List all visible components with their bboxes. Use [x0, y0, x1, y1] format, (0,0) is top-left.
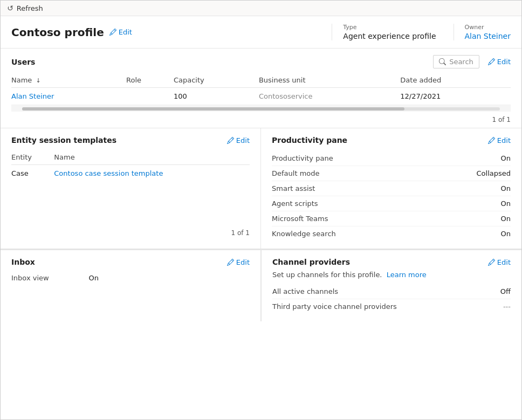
sort-down-icon: ↓ [36, 77, 41, 84]
refresh-icon: ↺ [7, 4, 13, 12]
header-type-meta: Type Agent experience profile [332, 24, 436, 40]
learn-more-link[interactable]: Learn more [387, 271, 427, 279]
pencil-icon-entity [227, 137, 234, 144]
entity-col-entity: Entity [11, 151, 54, 165]
entity-session-header: Entity session templates Edit [11, 136, 250, 144]
entity-row: Case Contoso case session template [11, 165, 250, 182]
pane-label-0: Productivity pane [272, 154, 333, 162]
pane-value-5: On [501, 230, 511, 238]
pencil-icon-channel [488, 259, 495, 266]
profile-edit-button[interactable]: Edit [109, 28, 132, 36]
type-label: Type [343, 24, 356, 31]
profile-edit-label: Edit [119, 28, 132, 36]
inbox-row-0: Inbox view On [11, 271, 250, 285]
user-role-cell [126, 88, 174, 105]
pencil-icon-pane [488, 137, 495, 144]
entity-session-edit-button[interactable]: Edit [227, 136, 250, 144]
user-date-cell: 12/27/2021 [400, 88, 511, 105]
pane-row-1: Default mode Collapsed [272, 166, 511, 181]
pencil-icon-inbox [227, 259, 234, 266]
pane-row-3: Agent scripts On [272, 196, 511, 211]
channel-description: Set up channels for this profile. Learn … [272, 271, 511, 279]
users-pagination: 1 of 1 [11, 112, 511, 128]
user-name-cell: Alan Steiner [11, 88, 126, 105]
scroll-area [11, 105, 511, 112]
inbox-label-0: Inbox view [11, 274, 49, 282]
user-link[interactable]: Alan Steiner [11, 92, 54, 100]
channel-label-1: Third party voice channel providers [272, 302, 397, 311]
col-name: Name ↓ [11, 73, 126, 88]
users-section-header: Users Search Edit [11, 55, 511, 68]
pane-row-5: Knowledge search On [272, 226, 511, 241]
pane-row-2: Smart assist On [272, 181, 511, 196]
bottom-grid: Inbox Edit Inbox view On Channel provide… [1, 250, 521, 321]
pane-value-1: Collapsed [477, 169, 511, 177]
scrollbar-track[interactable] [22, 107, 500, 111]
pencil-icon [109, 29, 116, 36]
productivity-pane-rows: Productivity pane On Default mode Collap… [272, 151, 511, 241]
pencil-icon-users [488, 58, 495, 65]
owner-label: Owner [465, 24, 484, 31]
refresh-label[interactable]: Refresh [17, 4, 43, 12]
users-table: Name ↓ Role Capacity Business unit Date … [11, 73, 511, 105]
channel-providers-edit-button[interactable]: Edit [488, 258, 511, 266]
search-box[interactable]: Search [433, 55, 479, 68]
top-bar: ↺ Refresh [1, 1, 521, 16]
inbox-edit-button[interactable]: Edit [227, 258, 250, 266]
pane-label-4: Microsoft Teams [272, 215, 328, 223]
inbox-section: Inbox Edit Inbox view On [1, 250, 261, 321]
col-date-added: Date added [400, 73, 511, 88]
user-business-unit-cell: Contososervice [259, 88, 400, 105]
pane-row-0: Productivity pane On [272, 151, 511, 166]
channel-providers-section: Channel providers Edit Set up channels f… [261, 250, 521, 321]
col-capacity: Capacity [174, 73, 259, 88]
productivity-pane-edit-label: Edit [497, 136, 511, 144]
pane-value-3: On [501, 199, 511, 208]
header-section: Contoso profile Edit Type Agent experien… [1, 16, 521, 49]
middle-grid: Entity session templates Edit Entity Nam… [1, 128, 521, 250]
inbox-value-0: On [89, 274, 99, 282]
header-right: Type Agent experience profile Owner Alan… [332, 24, 511, 40]
entity-type-cell: Case [11, 165, 54, 182]
pane-label-1: Default mode [272, 169, 320, 177]
users-edit-label: Edit [497, 58, 511, 66]
page-title: Contoso profile [11, 26, 104, 39]
channel-value-1: --- [503, 302, 511, 311]
owner-value[interactable]: Alan Steiner [465, 32, 511, 40]
entity-name-cell: Contoso case session template [54, 165, 250, 182]
inbox-title: Inbox [11, 258, 35, 266]
channel-row-1: Third party voice channel providers --- [272, 299, 511, 314]
entity-col-name: Name [54, 151, 250, 165]
users-section: Users Search Edit Name ↓ Role Capacity B… [1, 49, 521, 128]
scrollbar-thumb[interactable] [22, 107, 404, 111]
channel-providers-header: Channel providers Edit [272, 258, 511, 266]
inbox-header: Inbox Edit [11, 258, 250, 266]
entity-session-title: Entity session templates [11, 136, 116, 144]
col-role: Role [126, 73, 174, 88]
channel-providers-edit-label: Edit [497, 258, 511, 266]
entity-session-section: Entity session templates Edit Entity Nam… [1, 128, 261, 249]
entity-pagination: 1 of 1 [11, 225, 250, 241]
type-value: Agent experience profile [343, 32, 436, 40]
pane-label-2: Smart assist [272, 184, 315, 192]
entity-session-edit-label: Edit [236, 136, 250, 144]
entity-table: Entity Name Case Contoso case session te… [11, 151, 250, 182]
inbox-edit-label: Edit [236, 258, 250, 266]
channel-label-0: All active channels [272, 287, 338, 295]
user-capacity-cell: 100 [174, 88, 259, 105]
entity-template-link[interactable]: Contoso case session template [54, 169, 163, 177]
pane-row-4: Microsoft Teams On [272, 211, 511, 226]
search-placeholder: Search [449, 58, 473, 66]
users-title: Users [11, 58, 35, 66]
pane-value-2: On [501, 184, 511, 192]
channel-providers-title: Channel providers [272, 258, 350, 266]
pane-label-3: Agent scripts [272, 199, 318, 208]
productivity-pane-section: Productivity pane Edit Productivity pane… [261, 128, 521, 249]
users-actions: Search Edit [433, 55, 511, 68]
users-edit-button[interactable]: Edit [488, 58, 511, 66]
pane-value-0: On [501, 154, 511, 162]
productivity-pane-edit-button[interactable]: Edit [488, 136, 511, 144]
channel-value-0: Off [500, 287, 511, 295]
header-left: Contoso profile Edit [11, 26, 332, 39]
productivity-pane-title: Productivity pane [272, 136, 347, 144]
